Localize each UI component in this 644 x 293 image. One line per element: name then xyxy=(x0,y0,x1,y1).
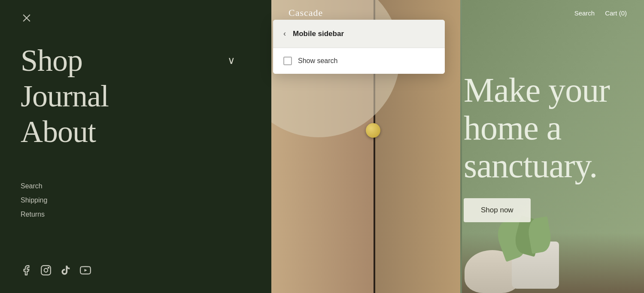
secondary-nav: Search Shipping Returns xyxy=(21,180,47,221)
facebook-icon[interactable] xyxy=(21,265,32,276)
svg-point-1 xyxy=(44,269,48,272)
nav-item-about[interactable]: About xyxy=(21,114,252,150)
show-search-checkbox[interactable] xyxy=(283,57,292,65)
tiktok-icon[interactable] xyxy=(60,265,71,276)
svg-rect-0 xyxy=(41,266,51,275)
chevron-down-icon: ∨ xyxy=(228,54,235,66)
back-button[interactable]: ‹ xyxy=(283,29,286,38)
header-search-link[interactable]: Search xyxy=(574,9,595,17)
svg-point-2 xyxy=(48,267,49,268)
nav-link-journal[interactable]: Journal xyxy=(21,79,109,114)
nav-item-journal[interactable]: Journal xyxy=(21,79,252,114)
instagram-icon[interactable] xyxy=(40,265,52,276)
close-button[interactable] xyxy=(21,12,33,24)
nav-link-search[interactable]: Search xyxy=(21,180,47,193)
nav-link-shop[interactable]: Shop xyxy=(21,43,82,79)
mobile-sidebar-dropdown: ‹ Mobile sidebar Show search xyxy=(273,20,445,74)
youtube-icon[interactable] xyxy=(80,265,91,276)
shop-now-button[interactable]: Shop now xyxy=(464,198,531,222)
door-knob xyxy=(366,123,380,138)
header-actions: Search Cart (0) xyxy=(574,9,627,17)
show-search-row: Show search xyxy=(283,57,434,65)
header-cart-link[interactable]: Cart (0) xyxy=(605,9,627,17)
nav-link-about[interactable]: About xyxy=(21,114,96,150)
hero-headline: Make your home a sanctuary. xyxy=(464,71,627,184)
dropdown-body: Show search xyxy=(273,48,445,74)
nav-link-returns[interactable]: Returns xyxy=(21,208,47,221)
brand-name: Cascade xyxy=(289,7,323,18)
social-links xyxy=(21,265,91,276)
hero-text-block: Make your home a sanctuary. Shop now xyxy=(464,71,627,222)
dropdown-title: Mobile sidebar xyxy=(293,30,344,38)
svg-marker-3 xyxy=(85,269,87,272)
main-nav: Shop ∨ Journal About xyxy=(21,43,252,149)
nav-link-shipping[interactable]: Shipping xyxy=(21,194,47,207)
sidebar: Shop ∨ Journal About Search Shipping Ret… xyxy=(0,0,271,293)
nav-item-shop[interactable]: Shop ∨ xyxy=(21,43,252,79)
show-search-label: Show search xyxy=(298,57,338,65)
dropdown-header: ‹ Mobile sidebar xyxy=(273,20,445,48)
